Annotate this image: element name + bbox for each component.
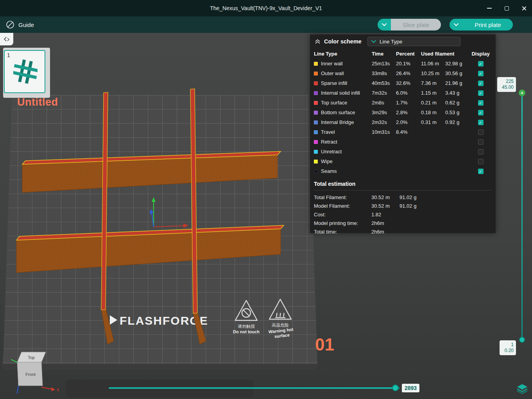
display-checkbox[interactable] xyxy=(478,139,484,145)
sidebar-collapse-button[interactable] xyxy=(0,33,13,45)
color-scheme-panel: Color scheme Line Type Line Type Time Pe… xyxy=(310,34,496,233)
total-label: Total time: xyxy=(314,229,371,235)
line-type-row: Internal Bridge2m32s2.0%0.31 m0.92 g xyxy=(310,117,496,127)
line-type-time: 3m29s xyxy=(372,110,396,115)
menubar: Guide Slice plate Print plate xyxy=(0,16,532,33)
line-type-weight: 21.96 g xyxy=(445,80,469,86)
total-value-length: 2h6m xyxy=(371,220,399,226)
line-type-time: 33m8s xyxy=(372,70,396,76)
plate-thumbnail[interactable]: 1 xyxy=(4,50,45,93)
line-type-color-swatch xyxy=(314,62,318,66)
total-estimation-section: Total estimation Total Filament:30.52 m9… xyxy=(310,176,496,236)
build-plate-edge xyxy=(2,364,318,370)
display-checkbox[interactable] xyxy=(478,159,484,164)
line-type-label: Outer wall xyxy=(321,70,344,76)
line-type-color-swatch xyxy=(314,72,318,75)
slice-plate-button[interactable]: Slice plate xyxy=(378,19,441,31)
line-type-color-swatch xyxy=(314,91,318,95)
print-plate-label: Print plate xyxy=(463,19,513,31)
slice-dropdown-arrow[interactable] xyxy=(378,19,391,31)
line-type-time: 7m32s xyxy=(372,90,396,96)
step-slider-handle[interactable] xyxy=(392,385,399,391)
total-row: Total Filament:30.52 m91.02 g xyxy=(314,193,492,201)
col-used-filament: Used filament xyxy=(421,51,469,57)
maximize-button[interactable] xyxy=(504,5,509,11)
chevron-down-icon xyxy=(382,23,387,26)
window-title: The_Nexus_Vault(TNV)-9x_Vault_Devider_V1 xyxy=(0,0,532,16)
plate-thumbnail-number: 1 xyxy=(7,52,10,58)
total-row: Model printing time:2h6m xyxy=(314,219,492,227)
guide-button[interactable]: Guide xyxy=(5,16,34,33)
minimize-icon xyxy=(487,8,492,9)
display-checkbox[interactable] xyxy=(478,149,484,155)
col-percent: Percent xyxy=(396,51,421,57)
step-slider-track[interactable] xyxy=(109,387,399,389)
line-type-label-cell: Sparse infill xyxy=(314,80,372,86)
total-row: Total time:2h6m xyxy=(314,227,492,236)
expand-arrows-icon xyxy=(3,36,10,42)
line-type-color-swatch xyxy=(314,120,318,124)
close-button[interactable] xyxy=(521,5,527,11)
app-window: The_Nexus_Vault(TNV)-9x_Vault_Devider_V1… xyxy=(0,0,532,399)
total-label: Cost: xyxy=(314,212,371,217)
total-value-length: 2h6m xyxy=(371,229,399,235)
project-name: Untitled xyxy=(17,96,58,108)
panel-title: Color scheme xyxy=(324,38,362,45)
line-type-label: Wipe xyxy=(321,158,333,164)
display-checkbox[interactable] xyxy=(478,129,484,135)
line-type-time: 40m53s xyxy=(372,80,396,86)
layer-slider-handle[interactable] xyxy=(519,337,525,343)
total-label: Model printing time: xyxy=(314,220,371,226)
line-type-percent: 1.7% xyxy=(396,100,421,106)
print-dropdown-arrow[interactable] xyxy=(450,19,463,31)
color-scheme-select[interactable]: Line Type xyxy=(367,37,460,46)
line-type-label-cell: Inner wall xyxy=(314,61,372,66)
total-value-weight: 91.02 g xyxy=(399,194,492,200)
line-type-percent: 6.0% xyxy=(396,90,421,96)
display-checkbox[interactable] xyxy=(478,61,484,66)
layers-view-button[interactable] xyxy=(516,383,528,394)
line-type-label-cell: Wipe xyxy=(314,158,372,164)
collapse-panel-icon[interactable] xyxy=(315,39,321,44)
line-type-weight: 32.98 g xyxy=(445,61,469,66)
layer-max: 225 xyxy=(500,79,514,84)
line-type-label-cell: Bottom surface xyxy=(314,110,372,115)
display-checkbox[interactable] xyxy=(478,81,484,86)
display-checkbox[interactable] xyxy=(478,90,484,96)
line-type-label-cell: Unretract xyxy=(314,149,372,155)
line-type-color-swatch xyxy=(314,140,318,144)
line-type-weight: 3.43 g xyxy=(445,90,469,96)
line-type-length: 7.36 m xyxy=(421,80,445,86)
display-checkbox[interactable] xyxy=(478,100,484,106)
line-type-time: 2m32s xyxy=(372,119,396,125)
total-value-length: 30.52 m xyxy=(371,194,399,200)
layer-slider-track[interactable] xyxy=(521,96,523,340)
line-type-label: Internal solid infill xyxy=(321,90,360,96)
line-type-weight: 0.53 g xyxy=(445,110,469,115)
minimize-button[interactable] xyxy=(487,5,492,11)
line-type-row: Travel10m31s8.4% xyxy=(310,127,496,137)
print-plate-button[interactable]: Print plate xyxy=(450,19,513,31)
line-type-percent: 26.4% xyxy=(396,70,421,76)
line-type-row: Sparse infill40m53s32.6%7.36 m21.96 g xyxy=(310,78,496,88)
total-value-weight: 91.02 g xyxy=(399,203,492,209)
display-checkbox[interactable] xyxy=(478,110,484,115)
line-type-color-swatch xyxy=(314,160,318,164)
line-type-label-cell: Internal solid infill xyxy=(314,90,372,96)
line-type-length: 1.15 m xyxy=(421,90,445,96)
layer-slider-add-button[interactable]: + xyxy=(519,90,525,96)
height-min: 0.20 xyxy=(502,348,514,354)
chevron-down-icon xyxy=(371,40,376,43)
line-type-weight: 0.62 g xyxy=(445,100,469,106)
viewport-3d[interactable]: FLASHFORGE 请勿触摸 Do not touch 高温危险 Warnin… xyxy=(0,33,532,399)
total-row: Cost:1.82 xyxy=(314,210,492,219)
panel-header: Color scheme Line Type xyxy=(310,34,496,49)
line-type-rows: Inner wall25m13s20.1%11.06 m32.98 gOuter… xyxy=(310,59,496,176)
display-checkbox[interactable] xyxy=(478,169,484,174)
line-type-weight: 30.56 g xyxy=(445,70,469,76)
line-type-row: Top surface2m8s1.7%0.21 m0.62 g xyxy=(310,98,496,108)
line-type-row: Inner wall25m13s20.1%11.06 m32.98 g xyxy=(310,59,496,68)
display-checkbox[interactable] xyxy=(478,71,484,76)
display-checkbox[interactable] xyxy=(478,120,484,125)
svg-text:Top: Top xyxy=(28,355,35,360)
